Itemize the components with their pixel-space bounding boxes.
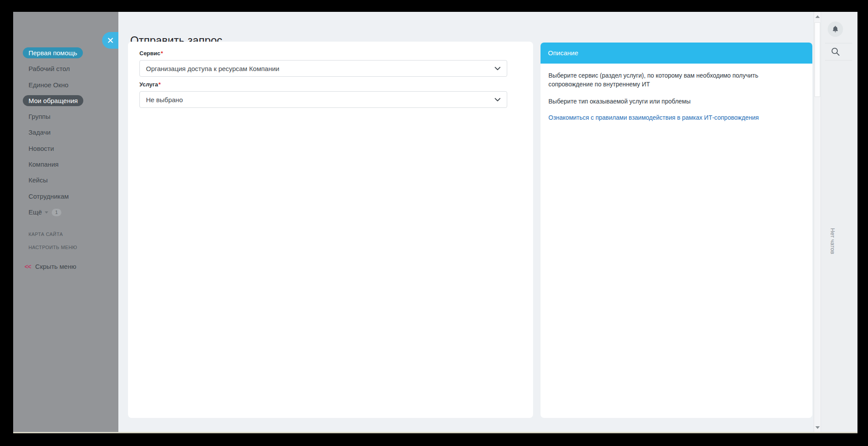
chevron-down-icon bbox=[494, 98, 501, 102]
sidebar-item-label: Компания bbox=[28, 161, 59, 168]
service-select[interactable]: Организация доступа к ресурсам Компании bbox=[139, 60, 507, 77]
app-viewport: Первая помощь Рабочий стол Единое Окно М… bbox=[13, 12, 857, 433]
right-rail: Нет чатов bbox=[822, 12, 857, 433]
sidebar-item-label: Сотрудникам bbox=[28, 193, 69, 200]
description-panel: Описание Выберите сервис (раздел услуги)… bbox=[541, 43, 812, 418]
sidebar-item-label: Новости bbox=[28, 145, 54, 152]
description-body: Выберите сервис (раздел услуги), по кото… bbox=[541, 64, 812, 129]
sidebar-item-first-aid[interactable]: Первая помощь bbox=[13, 45, 118, 61]
option-select[interactable]: Не выбрано bbox=[139, 91, 507, 108]
option-select-value: Не выбрано bbox=[146, 96, 494, 103]
vertical-scrollbar[interactable] bbox=[814, 12, 821, 433]
sidebar-item-company[interactable]: Компания bbox=[13, 157, 118, 172]
no-chats-label: Нет чатов bbox=[829, 228, 836, 254]
sidebar-item-my-requests[interactable]: Мои обращения bbox=[13, 93, 118, 109]
description-paragraph: Выберите сервис (раздел услуги), по кото… bbox=[548, 71, 794, 89]
sidebar-menu: Первая помощь Рабочий стол Единое Окно М… bbox=[13, 45, 118, 220]
collapse-menu-button[interactable]: <<Скрыть меню bbox=[13, 261, 118, 272]
sidebar-item-sitemap[interactable]: КАРТА САЙТА bbox=[13, 228, 118, 241]
sidebar-item-label: Рабочий стол bbox=[28, 65, 70, 72]
sidebar: Первая помощь Рабочий стол Единое Окно М… bbox=[13, 12, 118, 433]
bell-icon bbox=[831, 25, 840, 33]
request-form-panel: Сервис* Организация доступа к ресурсам К… bbox=[128, 42, 533, 418]
sidebar-item-label: Ещё bbox=[28, 208, 42, 216]
it-support-rules-link[interactable]: Ознакомиться с правилами взаимодействия … bbox=[548, 114, 759, 121]
sidebar-item-tasks[interactable]: Задачи bbox=[13, 125, 118, 140]
required-mark: * bbox=[158, 81, 160, 88]
description-paragraph: Выберите тип оказываемой услуги или проб… bbox=[548, 97, 794, 106]
horizontal-scrollbar-track bbox=[13, 432, 857, 433]
sidebar-item-more[interactable]: Ещё1 bbox=[13, 204, 118, 220]
sidebar-item-single-window[interactable]: Единое Окно bbox=[13, 77, 118, 93]
rail-divider bbox=[825, 60, 852, 61]
sidebar-item-desktop[interactable]: Рабочий стол bbox=[13, 61, 118, 77]
sidebar-item-label: Первая помощь bbox=[23, 47, 83, 58]
service-field-label: Сервис* bbox=[139, 50, 522, 57]
required-mark: * bbox=[161, 50, 163, 57]
sidebar-item-news[interactable]: Новости bbox=[13, 141, 118, 157]
chevron-down-icon bbox=[45, 211, 48, 214]
sidebar-item-configure-menu[interactable]: НАСТРОИТЬ МЕНЮ bbox=[13, 241, 118, 254]
sidebar-item-employees[interactable]: Сотрудникам bbox=[13, 189, 118, 204]
sidebar-item-label: Единое Окно bbox=[28, 81, 68, 89]
chevron-down-icon bbox=[494, 67, 501, 71]
close-slider-button[interactable] bbox=[102, 32, 118, 49]
sidebar-item-label: Группы bbox=[28, 113, 50, 120]
screenshot-root: { "page": { "title": "Отправить запрос" … bbox=[0, 0, 868, 446]
field-label-text: Услуга bbox=[139, 81, 158, 88]
sidebar-item-label: Кейсы bbox=[28, 176, 48, 184]
scrollbar-thumb[interactable] bbox=[815, 22, 820, 97]
scroll-down-arrow-icon[interactable] bbox=[815, 426, 820, 429]
description-header: Описание bbox=[541, 43, 812, 64]
close-icon bbox=[107, 37, 114, 43]
field-label-text: Сервис bbox=[139, 50, 160, 57]
more-count-badge: 1 bbox=[52, 209, 61, 216]
sidebar-footer: КАРТА САЙТА НАСТРОИТЬ МЕНЮ <<Скрыть меню bbox=[13, 228, 118, 272]
sidebar-item-cases[interactable]: Кейсы bbox=[13, 172, 118, 188]
search-button[interactable] bbox=[830, 46, 841, 57]
sidebar-item-groups[interactable]: Группы bbox=[13, 109, 118, 125]
sidebar-item-label: Задачи bbox=[28, 128, 50, 136]
option-field-label: Услуга* bbox=[139, 81, 522, 88]
collapse-menu-label: Скрыть меню bbox=[35, 263, 76, 270]
notifications-button[interactable] bbox=[828, 21, 843, 37]
search-icon bbox=[830, 46, 841, 57]
rail-divider bbox=[825, 43, 852, 43]
sidebar-item-label: Мои обращения bbox=[23, 95, 83, 106]
scroll-up-arrow-icon[interactable] bbox=[815, 15, 820, 18]
service-select-value: Организация доступа к ресурсам Компании bbox=[146, 65, 494, 72]
collapse-arrows-icon: << bbox=[25, 263, 31, 270]
